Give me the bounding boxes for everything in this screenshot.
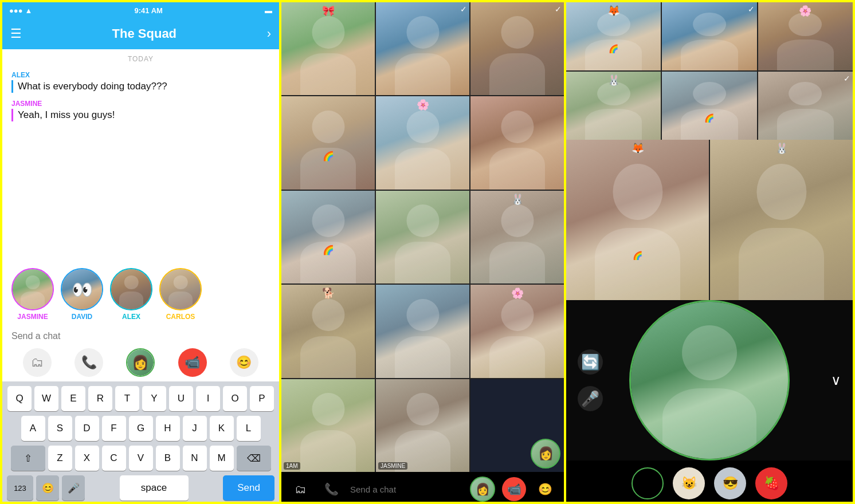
live-avatar-button[interactable]: 👩 [126, 348, 155, 377]
chat-messages: ALEX What is everybody doing today??? JA… [2, 66, 279, 262]
keyboard-row-3: ⇧ Z X C V B N M ⌫ [5, 446, 277, 471]
key-space[interactable]: space [120, 475, 189, 501]
key-c[interactable]: C [102, 446, 126, 471]
forward-icon[interactable]: › [267, 26, 271, 41]
key-j[interactable]: J [183, 416, 207, 441]
call-face-filter-btn[interactable]: 😺 [673, 467, 705, 499]
key-x[interactable]: X [75, 446, 99, 471]
call-circle-empty-btn[interactable]: ○ [632, 467, 664, 499]
avatar-item-alex[interactable]: ALEX [110, 268, 152, 321]
video-cell-8[interactable] [376, 191, 469, 284]
key-g[interactable]: G [129, 416, 153, 441]
filter-bow: 🎀 [322, 5, 335, 17]
call-cell-1[interactable]: 🦊 🌈 [566, 2, 661, 70]
call-cell-2[interactable]: ✓ [662, 2, 756, 70]
emoji-icon: 😊 [236, 355, 252, 370]
filter-flowers: 🌸 [417, 99, 429, 111]
key-emoji[interactable]: 😊 [36, 475, 59, 501]
call-mute-btn[interactable]: 🎤 [578, 386, 603, 411]
call-main-grid: 🌈 🦊 🐰 [566, 140, 853, 300]
key-q[interactable]: Q [7, 386, 32, 411]
bottom-live-avatar[interactable]: 👩 [470, 477, 495, 502]
call-red-btn[interactable]: 🍓 [755, 467, 787, 499]
name-label-1am: 1AM [284, 462, 300, 470]
status-bar: ●●● ▲ 9:41 AM ▬ [2, 2, 279, 18]
battery-icon: ▬ [265, 6, 272, 15]
key-i[interactable]: I [196, 386, 220, 411]
menu-icon[interactable]: ☰ [10, 26, 22, 41]
key-n[interactable]: N [183, 446, 207, 471]
key-h[interactable]: H [156, 416, 180, 441]
avatar-item-david[interactable]: 👀 DAVID [61, 268, 103, 321]
video-cell-5[interactable]: 🌸 [376, 96, 469, 189]
call-cell-3[interactable]: 🌸 [758, 2, 853, 70]
key-d[interactable]: D [75, 416, 99, 441]
key-b[interactable]: B [156, 446, 180, 471]
video-cell-15[interactable]: 👩 [470, 379, 564, 472]
phone-icon: 📞 [81, 355, 97, 370]
bottom-sticker-btn[interactable]: 🗂 [288, 477, 312, 501]
call-flip-camera-btn[interactable]: 🔄 [578, 349, 603, 375]
video-cell-2[interactable]: ✓ [376, 2, 469, 95]
call-cell-4[interactable]: 🐰 [566, 72, 661, 140]
key-u[interactable]: U [169, 386, 193, 411]
key-s[interactable]: S [48, 416, 72, 441]
key-o[interactable]: O [223, 386, 247, 411]
phone-button[interactable]: 📞 [74, 348, 103, 377]
video-button[interactable]: 📹 [178, 348, 207, 377]
call-main-cell-1[interactable]: 🌈 🦊 [566, 140, 709, 300]
call-cool-filter-btn[interactable]: 😎 [714, 467, 746, 499]
emoji-button[interactable]: 😊 [230, 348, 258, 377]
filter-dog: 🐕 [322, 287, 335, 300]
call-filter-fox: 🦊 [607, 5, 620, 17]
video-cell-6[interactable] [470, 96, 564, 189]
key-k[interactable]: K [210, 416, 234, 441]
key-m[interactable]: M [210, 446, 234, 471]
sticker-icon: 🗂 [31, 355, 44, 370]
video-grid: 🎀 ✓ ✓ 🌈 🌸 [281, 2, 564, 472]
call-filter-flowers: 🌸 [799, 5, 811, 17]
call-main-cell-2[interactable]: 🐰 [710, 140, 853, 300]
key-w[interactable]: W [34, 386, 58, 411]
key-e[interactable]: E [61, 386, 85, 411]
key-t[interactable]: T [115, 386, 139, 411]
key-mic[interactable]: 🎤 [62, 475, 85, 501]
key-f[interactable]: F [102, 416, 126, 441]
key-a[interactable]: A [21, 416, 45, 441]
key-r[interactable]: R [88, 386, 112, 411]
key-123[interactable]: 123 [7, 475, 33, 501]
call-cell-5[interactable]: 🌈 [662, 72, 756, 140]
video-cell-7[interactable]: 🌈 [281, 191, 375, 284]
video-cell-12[interactable]: 🌸 [470, 285, 564, 377]
video-cell-4[interactable]: 🌈 [281, 96, 375, 189]
key-y[interactable]: Y [142, 386, 166, 411]
bottom-emoji-btn[interactable]: 😊 [533, 477, 557, 501]
bottom-chat-input[interactable] [350, 485, 463, 494]
video-cell-10[interactable]: 🐕 [281, 285, 375, 377]
video-cell-13[interactable]: 1AM [281, 379, 375, 472]
key-send[interactable]: Send [223, 475, 274, 501]
send-chat-input[interactable] [11, 331, 270, 341]
video-cell-11[interactable] [376, 285, 469, 377]
message-block-1: ALEX What is everybody doing today??? [11, 71, 270, 93]
bottom-video-btn[interactable]: 📹 [502, 477, 526, 501]
key-l[interactable]: L [237, 416, 261, 441]
call-cell-6[interactable]: ✓ [758, 72, 853, 140]
video-cell-3[interactable]: ✓ [470, 2, 564, 95]
avatar-item-jasmine[interactable]: JASMINE [11, 268, 54, 321]
key-v[interactable]: V [129, 446, 153, 471]
keyboard-row-4: 123 😊 🎤 space Send [5, 475, 277, 504]
sticker-button[interactable]: 🗂 [23, 348, 52, 377]
key-z[interactable]: Z [48, 446, 72, 471]
chevron-down-icon: ∨ [831, 372, 841, 388]
video-cell-14[interactable]: JASMINE [376, 379, 469, 472]
key-shift[interactable]: ⇧ [11, 446, 45, 471]
video-cell-1[interactable]: 🎀 [281, 2, 375, 95]
key-p[interactable]: P [250, 386, 274, 411]
key-backspace[interactable]: ⌫ [237, 446, 271, 471]
video-cell-9[interactable]: 🐰 [470, 191, 564, 284]
status-bar-left: ●●● ▲ [9, 6, 32, 15]
call-chevron-down-btn[interactable]: ∨ [831, 372, 841, 388]
avatar-item-carlos[interactable]: CARLOS [159, 268, 202, 321]
bottom-phone-btn[interactable]: 📞 [319, 477, 343, 501]
